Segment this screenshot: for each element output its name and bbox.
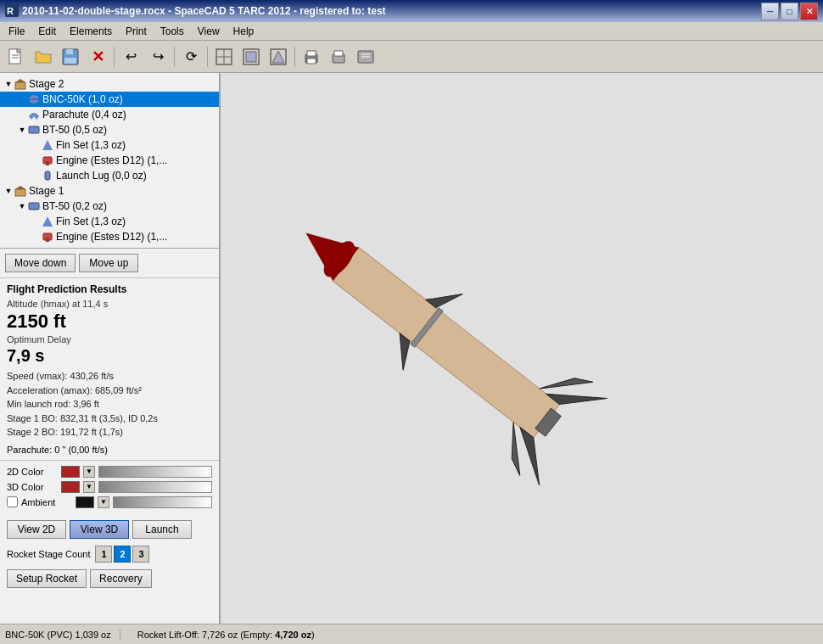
- bt50-s1-label: BT-50 (0,2 oz): [42, 200, 107, 212]
- menu-print[interactable]: Print: [119, 24, 154, 39]
- move-down-button[interactable]: Move down: [5, 254, 76, 272]
- new-button[interactable]: [3, 44, 29, 70]
- menu-elements[interactable]: Elements: [63, 24, 119, 39]
- stage1-bo: Stage 1 BO: 832,31 ft (3,5s), ID 0,2s: [7, 412, 212, 426]
- left-panel: ▼ Stage 2 BNC-50K (1,0 oz) Parachute (0,…: [0, 73, 221, 624]
- fin-s1-label: Fin Set (1,3 oz): [56, 216, 126, 227]
- tree-stage2[interactable]: ▼ Stage 2: [0, 76, 219, 92]
- svg-rect-38: [46, 238, 49, 242]
- launch-button[interactable]: Launch: [132, 520, 192, 539]
- maximize-button[interactable]: □: [781, 3, 798, 20]
- undo-button[interactable]: ↩: [118, 44, 143, 70]
- view2-button[interactable]: [238, 44, 264, 70]
- expand-icon[interactable]: ▼: [3, 79, 14, 89]
- minimize-button[interactable]: ─: [761, 3, 779, 20]
- status-bar: BNC-50K (PVC) 1,039 oz Rocket Lift-Off: …: [0, 624, 823, 644]
- expand-icon-3[interactable]: ▼: [3, 186, 14, 196]
- fin-icon: [41, 138, 54, 152]
- color-3d-dropdown[interactable]: ▼: [83, 481, 95, 493]
- window-controls: ─ □ ✕: [761, 3, 818, 20]
- print3-button[interactable]: [353, 44, 378, 70]
- redo-button[interactable]: ↪: [145, 44, 171, 70]
- fin-s2-label: Fin Set (1,3 oz): [56, 139, 126, 151]
- flight-prediction: Flight Prediction Results Altitude (hmax…: [0, 278, 219, 461]
- view1-button[interactable]: [211, 44, 237, 70]
- delay-label: Optimum Delay: [7, 334, 212, 344]
- ambient-dropdown[interactable]: ▼: [98, 496, 109, 508]
- tree-fin-s1[interactable]: Fin Set (1,3 oz): [0, 214, 219, 229]
- color-2d-swatch[interactable]: [61, 466, 80, 478]
- window-title: 2010-11-02-double-stage.rocx - SpaceCAD …: [22, 5, 386, 17]
- ambient-row: Ambient ▼: [7, 496, 212, 508]
- color-2d-label: 2D Color: [7, 467, 58, 477]
- recovery-button[interactable]: Recovery: [90, 569, 152, 588]
- expand-icon-2[interactable]: ▼: [17, 125, 27, 135]
- refresh-button[interactable]: ⟳: [178, 44, 204, 70]
- tree-stage1[interactable]: ▼ Stage 1: [0, 183, 219, 199]
- altitude-label: Altitude (hmax) at 11,4 s: [7, 299, 212, 309]
- engine-icon: [41, 154, 54, 167]
- setup-rocket-button[interactable]: Setup Rocket: [7, 569, 87, 588]
- tree-bt50-s2[interactable]: ▼ BT-50 (0,5 oz): [0, 122, 219, 137]
- color-3d-slider[interactable]: [98, 481, 212, 493]
- stage-count-row: Rocket Stage Count 1 2 3: [0, 542, 219, 566]
- title-bar: R 2010-11-02-double-stage.rocx - SpaceCA…: [0, 0, 823, 22]
- svg-rect-24: [15, 82, 25, 89]
- lift-off-label: Rocket Lift-Off: 7,726 oz (Empty:: [137, 630, 275, 640]
- altitude-value: 2150 ft: [7, 311, 212, 333]
- move-up-button[interactable]: Move up: [79, 254, 138, 272]
- tree-engine-s1[interactable]: Engine (Estes D12) (1,...: [0, 229, 219, 244]
- menu-file[interactable]: File: [2, 24, 31, 39]
- ambient-slider[interactable]: [113, 496, 212, 508]
- expand-icon-4[interactable]: ▼: [17, 201, 27, 211]
- nose-icon: [27, 92, 41, 106]
- view3d-button[interactable]: View 3D: [70, 520, 129, 539]
- menu-help[interactable]: Help: [227, 24, 261, 39]
- stage-btn-1[interactable]: 1: [95, 546, 112, 563]
- svg-marker-29: [42, 140, 53, 150]
- tree-lug[interactable]: Launch Lug (0,0 oz): [0, 168, 219, 183]
- svg-rect-32: [45, 171, 50, 180]
- svg-rect-35: [29, 203, 39, 210]
- stage-btn-3[interactable]: 3: [132, 546, 149, 563]
- menu-view[interactable]: View: [191, 24, 227, 39]
- tree-engine-s2[interactable]: Engine (Estes D12) (1,...: [0, 153, 219, 168]
- color-3d-label: 3D Color: [7, 482, 58, 492]
- main-container: ▼ Stage 2 BNC-50K (1,0 oz) Parachute (0,…: [0, 73, 823, 624]
- menu-tools[interactable]: Tools: [154, 24, 191, 39]
- color-2d-slider[interactable]: [98, 466, 212, 478]
- svg-marker-36: [42, 216, 53, 227]
- color-2d-dropdown[interactable]: ▼: [83, 466, 95, 478]
- tree-bt50-s1[interactable]: ▼ BT-50 (0,2 oz): [0, 199, 219, 214]
- svg-text:R: R: [7, 6, 14, 16]
- menu-edit[interactable]: Edit: [31, 24, 63, 39]
- tree-view[interactable]: ▼ Stage 2 BNC-50K (1,0 oz) Parachute (0,…: [0, 73, 219, 249]
- view2d-button[interactable]: View 2D: [7, 520, 66, 539]
- view3-button[interactable]: [266, 44, 291, 70]
- color-3d-swatch[interactable]: [61, 481, 80, 493]
- close-button[interactable]: ✕: [800, 3, 818, 20]
- svg-rect-18: [307, 59, 316, 64]
- viewport[interactable]: [221, 73, 823, 624]
- delete-button[interactable]: ✕: [85, 44, 110, 70]
- print-button[interactable]: [299, 44, 324, 70]
- body-icon: [27, 123, 41, 137]
- engine-s2-label: Engine (Estes D12) (1,...: [56, 154, 167, 166]
- toolbar-sep-4: [294, 47, 295, 67]
- delay-value: 7,9 s: [7, 346, 212, 366]
- open-button[interactable]: [31, 44, 56, 70]
- svg-marker-34: [15, 186, 25, 189]
- tree-fin-s2[interactable]: Fin Set (1,3 oz): [0, 137, 219, 153]
- print2-button[interactable]: [326, 44, 351, 70]
- ambient-swatch[interactable]: [76, 496, 94, 508]
- rocket-canvas: [221, 73, 823, 624]
- svg-rect-31: [46, 161, 49, 165]
- svg-rect-39: [221, 73, 823, 624]
- toolbar-sep-1: [114, 47, 115, 67]
- tree-parachute[interactable]: Parachute (0,4 oz): [0, 107, 219, 122]
- body-icon-2: [27, 199, 41, 213]
- save-button[interactable]: [58, 44, 83, 70]
- ambient-checkbox[interactable]: [7, 496, 18, 507]
- tree-bnc50k[interactable]: BNC-50K (1,0 oz): [0, 92, 219, 107]
- stage-btn-2[interactable]: 2: [114, 546, 131, 563]
